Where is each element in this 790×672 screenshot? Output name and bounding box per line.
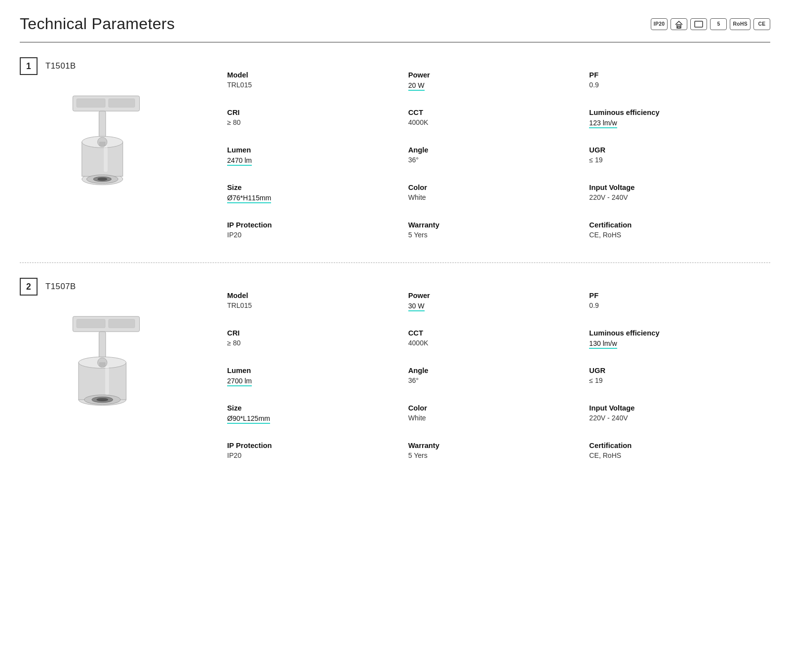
svg-marker-28	[100, 363, 106, 367]
spec-value: 123 lm/w	[589, 119, 617, 128]
spec-cell: Size Ø76*H115mm	[227, 175, 408, 212]
spec-value: 36°	[408, 376, 580, 384]
ip20-badge: IP20	[651, 18, 668, 30]
product-header-2: 2 T1507B	[20, 278, 76, 296]
spec-label: Lumen	[227, 367, 398, 374]
spec-label: Color	[408, 184, 580, 191]
spec-cell: Color White	[408, 175, 590, 212]
product-image-2	[25, 304, 188, 443]
page-title: Technical Parameters	[20, 15, 175, 33]
svg-rect-26	[105, 367, 109, 395]
spec-value: ≤ 19	[589, 376, 760, 384]
spec-value: ≥ 80	[227, 118, 398, 126]
spec-label: Model	[227, 71, 398, 79]
product-name-1: T1501B	[45, 61, 76, 71]
spec-value: 30 W	[408, 302, 425, 311]
spec-label: UGR	[589, 146, 760, 154]
spec-cell: Lumen 2470 lm	[227, 137, 408, 175]
spec-cell: Luminous efficiency 130 lm/w	[589, 320, 770, 358]
spec-cell: CRI ≥ 80	[227, 320, 408, 358]
spec-value: 4000K	[408, 339, 580, 347]
spec-cell: Size Ø90*L125mm	[227, 395, 408, 433]
spec-cell: UGR ≤ 19	[589, 358, 770, 395]
spec-label: Size	[227, 404, 398, 412]
spec-label: Angle	[408, 146, 580, 154]
spec-label: CCT	[408, 329, 580, 337]
spec-cell: Certification CE, RoHS	[589, 212, 770, 248]
svg-rect-13	[104, 146, 108, 172]
spec-value: TRL015	[227, 301, 398, 309]
spec-value: 4000K	[408, 118, 580, 126]
svg-rect-18	[109, 319, 135, 328]
product-left-2: 2 T1507B	[20, 278, 227, 443]
spec-cell: PF 0.9	[589, 283, 770, 320]
spec-cell: Luminous efficiency 123 lm/w	[589, 100, 770, 137]
spec-cell: Certification CE, RoHS	[589, 433, 770, 468]
spec-value: 2700 lm	[227, 377, 252, 386]
spec-label: Warranty	[408, 221, 580, 229]
spec-cell: Model TRL015	[227, 62, 408, 100]
spec-value: White	[408, 193, 580, 201]
spec-value: IP20	[227, 451, 398, 459]
svg-rect-2	[695, 21, 703, 27]
spec-value: 5 Yers	[408, 231, 580, 239]
products-container: 1 T1501B	[20, 57, 770, 468]
spec-value: ≥ 80	[227, 339, 398, 347]
header-divider	[20, 42, 770, 42]
spec-cell: Power 30 W	[408, 283, 590, 320]
product-section-2: 2 T1507B	[20, 278, 770, 468]
spec-value: 220V - 240V	[589, 414, 760, 422]
spec-label: Input Voltage	[589, 404, 760, 412]
svg-rect-17	[77, 319, 105, 328]
spec-cell: Model TRL015	[227, 283, 408, 320]
svg-point-25	[97, 398, 108, 401]
spec-value: 36°	[408, 156, 580, 164]
spec-cell: UGR ≤ 19	[589, 137, 770, 175]
spec-value: TRL015	[227, 81, 398, 89]
spec-value: 20 W	[408, 81, 425, 91]
spec-value: IP20	[227, 231, 398, 239]
spec-cell: PF 0.9	[589, 62, 770, 100]
spec-cell: Power 20 W	[408, 62, 590, 100]
spec-label: Power	[408, 71, 580, 79]
spec-label: Power	[408, 292, 580, 299]
product-name-2: T1507B	[45, 282, 76, 292]
spec-value: 220V - 240V	[589, 193, 760, 201]
rohs-badge: RoHS	[730, 18, 750, 30]
product-left-1: 1 T1501B	[20, 57, 227, 222]
spec-label: Lumen	[227, 146, 398, 154]
spec-label: CRI	[227, 329, 398, 337]
spec-label: Size	[227, 184, 398, 191]
spec-cell: Lumen 2700 lm	[227, 358, 408, 395]
spec-label: Model	[227, 292, 398, 299]
spec-label: IP Protection	[227, 442, 398, 449]
spec-label: Angle	[408, 367, 580, 374]
spec-cell: Warranty 5 Yers	[408, 212, 590, 248]
spec-value: CE, RoHS	[589, 451, 760, 459]
spec-label: UGR	[589, 367, 760, 374]
spec-value: 0.9	[589, 81, 760, 89]
svg-rect-5	[109, 99, 135, 107]
svg-rect-4	[77, 99, 105, 107]
spec-label: IP Protection	[227, 221, 398, 229]
spec-value: Ø76*H115mm	[227, 194, 271, 203]
product-number-1: 1	[20, 57, 38, 75]
spec-value: 5 Yers	[408, 451, 580, 459]
spec-label: Input Voltage	[589, 184, 760, 191]
spec-value: White	[408, 414, 580, 422]
spec-cell: CCT 4000K	[408, 320, 590, 358]
five-badge: 5	[710, 18, 727, 30]
svg-point-12	[98, 178, 107, 181]
ce-badge: CE	[753, 18, 770, 30]
product-number-2: 2	[20, 278, 38, 296]
spec-label: Luminous efficiency	[589, 329, 760, 337]
spec-cell: CCT 4000K	[408, 100, 590, 137]
spec-value: 2470 lm	[227, 156, 252, 166]
page-header: Technical Parameters IP20 5 RoHS CE	[20, 15, 770, 33]
spec-value: ≤ 19	[589, 156, 760, 164]
spec-value: CE, RoHS	[589, 231, 760, 239]
spec-cell: IP Protection IP20	[227, 212, 408, 248]
spec-cell: Angle 36°	[408, 137, 590, 175]
cert-badges: IP20 5 RoHS CE	[651, 18, 770, 30]
spec-cell: Angle 36°	[408, 358, 590, 395]
